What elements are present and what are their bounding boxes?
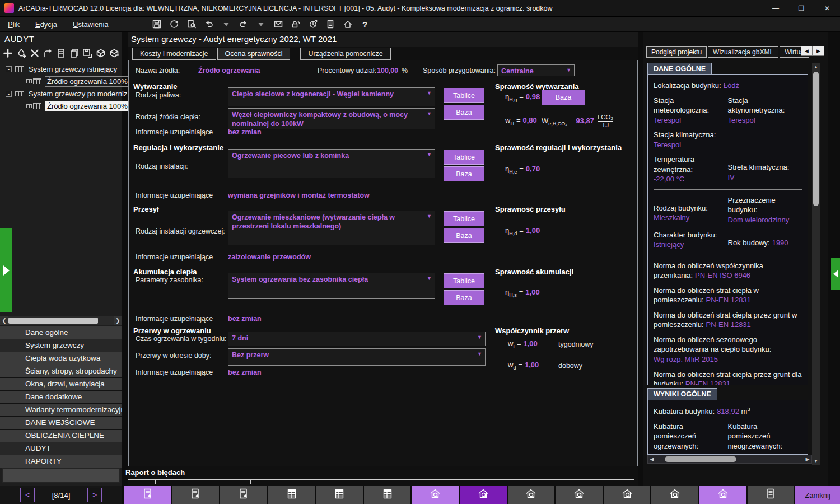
- scroll-down-icon[interactable]: ▼: [812, 457, 820, 465]
- next-page-button[interactable]: >: [87, 488, 102, 502]
- expand-right-panel-handle[interactable]: [831, 258, 840, 290]
- lock-signal-icon[interactable]: [290, 18, 301, 30]
- scroll-right-icon[interactable]: ▶: [804, 456, 811, 462]
- scroll-right-icon[interactable]: ❯: [114, 316, 122, 325]
- left-horizontal-scrollbar[interactable]: ❮ ❯: [0, 316, 122, 325]
- zrodlo-ciepla-select[interactable]: Węzeł ciepłowniczy kompaktowy z obudową,…: [228, 108, 435, 129]
- home-icon[interactable]: [342, 18, 353, 30]
- building-search-button-7[interactable]: [699, 486, 746, 504]
- scroll-left-icon[interactable]: ◀: [648, 456, 656, 462]
- building-search-button-4[interactable]: [556, 486, 603, 504]
- prz-tablice-button[interactable]: Tablice: [444, 211, 484, 226]
- zasobnik-select[interactable]: System ogrzewania bez zasobnika ciepła: [228, 273, 435, 299]
- building-search-button-2-active[interactable]: [460, 486, 507, 504]
- aku-baza-button[interactable]: Baza: [444, 290, 484, 305]
- report-icon[interactable]: [325, 18, 336, 30]
- tab-scroll-right-icon[interactable]: ▶: [813, 46, 824, 56]
- delete-icon[interactable]: [29, 47, 40, 59]
- scroll-left-icon[interactable]: ❮: [0, 316, 8, 325]
- right-vertical-scrollbar[interactable]: ▲ ▼: [812, 63, 820, 465]
- tree-item-zrodlo-2-selected[interactable]: Źródło ogrzewania 100%: [0, 100, 122, 112]
- tree-item-system-po-modernizacji[interactable]: - System grzewczy po moderniz: [0, 87, 122, 100]
- instalacja-select[interactable]: Ogrzewanie piecowe lub z kominka: [228, 149, 435, 178]
- undo-icon[interactable]: [203, 18, 214, 30]
- report-edit-button-3[interactable]: [220, 486, 267, 504]
- zamknij-button[interactable]: Zamknij: [795, 486, 840, 504]
- maximize-button[interactable]: ❐: [788, 0, 814, 17]
- building-search-button-6[interactable]: [651, 486, 698, 504]
- history-icon[interactable]: [307, 18, 319, 30]
- export-package-icon[interactable]: [108, 47, 120, 59]
- save-icon[interactable]: [151, 18, 162, 30]
- nav-obliczenia[interactable]: OBLICZENIA CIEPLNE: [0, 430, 122, 442]
- tab-wizualizacja-gbxml[interactable]: Wizualizacja gbXML: [708, 46, 778, 58]
- inst-ogrzewczej-select[interactable]: Ogrzewanie mieszkaniowe (wytwarzanie cie…: [228, 211, 435, 245]
- czas-select[interactable]: 7 dni: [228, 332, 486, 346]
- send-icon[interactable]: [273, 18, 284, 30]
- nav-system-grzewczy[interactable]: System grzewczy: [0, 339, 122, 352]
- aku-tablice-button[interactable]: Tablice: [444, 273, 484, 288]
- redo-dropdown-icon[interactable]: [255, 18, 267, 30]
- nav-cwu[interactable]: Ciepła woda użytkowa: [0, 352, 122, 365]
- building-search-button-3[interactable]: [508, 486, 555, 504]
- move-icon[interactable]: [42, 47, 54, 59]
- prev-page-button[interactable]: <: [20, 488, 35, 502]
- wyt-tablice-button[interactable]: Tablice: [444, 88, 484, 103]
- building-search-button-1[interactable]: [412, 486, 459, 504]
- scroll-up-icon[interactable]: ▲: [812, 63, 820, 71]
- tab-urzadzenia[interactable]: Urządzenia pomocnicze: [300, 48, 390, 60]
- add-icon[interactable]: [2, 47, 14, 59]
- minimize-button[interactable]: —: [763, 0, 788, 17]
- table-button-1[interactable]: [268, 486, 315, 504]
- tab-ocena-sprawnosci[interactable]: Ocena sprawności: [217, 48, 291, 60]
- copy-document-icon[interactable]: [68, 47, 80, 59]
- tab-scroll-left-icon[interactable]: ◀: [801, 46, 813, 56]
- reg-baza-button[interactable]: Baza: [444, 166, 484, 181]
- expand-left-panel-handle[interactable]: [0, 228, 12, 312]
- nav-okna[interactable]: Okna, drzwi, wentylacja: [0, 378, 122, 391]
- help-icon[interactable]: ?: [360, 18, 371, 30]
- report-edit-button-1[interactable]: [124, 486, 171, 504]
- menu-ustawienia[interactable]: Ustawienia: [65, 18, 116, 31]
- undo-dropdown-icon[interactable]: [221, 18, 232, 30]
- table-button-3[interactable]: [364, 486, 411, 504]
- paliwo-select[interactable]: Ciepło sieciowe z kogeneracji - Węgiel k…: [228, 87, 435, 106]
- nav-sciany[interactable]: Ściany, stropy, stropodachy: [0, 365, 122, 378]
- redo-icon[interactable]: [238, 18, 249, 30]
- nav-audyt[interactable]: AUDYT: [0, 442, 122, 455]
- refresh-icon[interactable]: [169, 18, 180, 30]
- sprawnosc-baza-button[interactable]: Baza: [542, 90, 585, 105]
- import-package-icon[interactable]: [95, 47, 107, 59]
- scrollbar-thumb[interactable]: [813, 72, 819, 206]
- tree-item-system-istniejacy[interactable]: - System grzewczy istniejący: [0, 63, 122, 75]
- document-button[interactable]: [748, 486, 795, 504]
- menu-plik[interactable]: Plik: [0, 18, 27, 31]
- scrollbar-thumb[interactable]: [8, 318, 98, 324]
- table-button-2[interactable]: [316, 486, 363, 504]
- menu-edycja[interactable]: Edycja: [27, 18, 65, 31]
- close-button[interactable]: ✕: [814, 0, 840, 17]
- prz-baza-button[interactable]: Baza: [444, 228, 484, 243]
- tab-podglad-projektu[interactable]: Podgląd projektu: [646, 46, 707, 58]
- nav-raporty[interactable]: RAPORTY: [0, 455, 122, 468]
- reg-tablice-button[interactable]: Tablice: [444, 150, 484, 165]
- scrollbar-thumb[interactable]: [665, 456, 736, 462]
- save-document-icon[interactable]: [82, 47, 94, 59]
- new-document-icon[interactable]: [55, 47, 67, 59]
- right-horizontal-scrollbar[interactable]: ◀ ▶: [647, 455, 812, 464]
- doby-select[interactable]: Bez przerw: [228, 348, 486, 366]
- tree-item-zrodlo-1[interactable]: Źródło ogrzewania 100%: [0, 75, 122, 87]
- report-edit-button-2[interactable]: [172, 486, 220, 504]
- nav-warianty[interactable]: Warianty termomodernizacyjn: [0, 404, 122, 417]
- add-variant-icon[interactable]: [16, 47, 27, 59]
- nav-dane-dodatkowe[interactable]: Dane dodatkowe: [0, 391, 122, 404]
- nav-dane-wejsciowe[interactable]: DANE WEJŚCIOWE: [0, 417, 122, 430]
- nav-dane-ogolne[interactable]: Dane ogólne: [0, 326, 122, 339]
- wyt-baza-button[interactable]: Baza: [444, 105, 484, 120]
- collapse-icon[interactable]: -: [6, 91, 12, 97]
- collapse-icon[interactable]: -: [6, 66, 12, 72]
- building-search-button-5[interactable]: [604, 486, 651, 504]
- print-preview-icon[interactable]: [186, 18, 197, 30]
- sposob-select[interactable]: Centralne: [497, 64, 575, 76]
- tab-koszty[interactable]: Koszty i modernizacje: [132, 48, 216, 60]
